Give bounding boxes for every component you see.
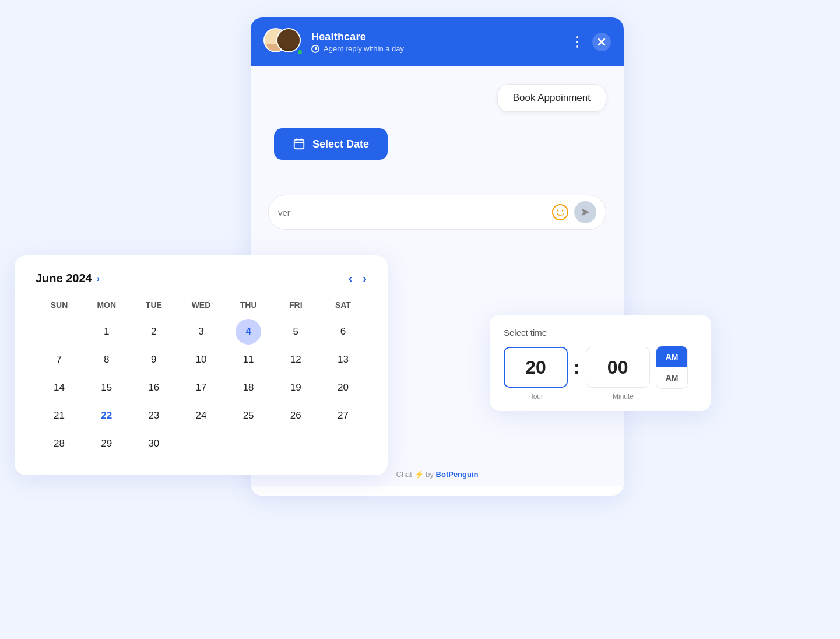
calendar-nav: ‹ › [349, 272, 367, 285]
cal-day-11[interactable]: 11 [236, 347, 261, 373]
header-actions [568, 33, 611, 51]
calendar-card: June 2024 › ‹ › SUN MON TUE WED THU FRI … [15, 255, 388, 475]
calendar-header: June 2024 › ‹ › [36, 272, 367, 285]
month-year-label: June 2024 [36, 272, 92, 285]
cal-day-1[interactable]: 1 [94, 319, 120, 345]
select-date-area: Select Date [268, 128, 606, 160]
time-colon: : [574, 357, 580, 378]
pm-button[interactable]: AM [656, 367, 688, 388]
am-button[interactable]: AM [656, 346, 688, 367]
time-inputs: : 00 AM AM [504, 346, 697, 389]
cal-day-empty-e2 [236, 431, 261, 457]
minute-value: 00 [607, 357, 628, 378]
cal-day-18[interactable]: 18 [236, 375, 261, 401]
time-picker-card: Select time : 00 AM AM Hour Minute [490, 315, 711, 411]
cal-day-10[interactable]: 10 [188, 347, 214, 373]
lightning-icon: ⚡ [414, 470, 426, 479]
cal-day-empty-e3 [283, 431, 308, 457]
svg-rect-0 [294, 140, 304, 149]
chat-title: Healthcare [311, 31, 560, 43]
more-options-button[interactable] [568, 33, 586, 51]
cal-day-5[interactable]: 5 [283, 319, 308, 345]
chat-header: Healthcare Agent reply within a day [251, 17, 624, 66]
cal-day-empty [47, 319, 72, 345]
book-appointment-bubble: Book Appoinment [268, 84, 606, 112]
calendar-icon [293, 138, 305, 150]
hour-label: Hour [504, 392, 568, 401]
day-header-thu: THU [225, 298, 272, 312]
dot-3 [576, 45, 578, 48]
cal-day-14[interactable]: 14 [47, 375, 72, 401]
chat-input-area [268, 195, 606, 230]
minute-input-box: 00 [586, 347, 650, 388]
calendar-days-header: SUN MON TUE WED THU FRI SAT [36, 298, 367, 312]
cal-day-17[interactable]: 17 [188, 375, 214, 401]
header-avatars [263, 28, 303, 56]
cal-day-3[interactable]: 3 [188, 319, 214, 345]
cal-day-9[interactable]: 9 [141, 347, 167, 373]
chat-input[interactable] [278, 208, 546, 217]
chat-subtitle: Agent reply within a day [311, 44, 560, 53]
chat-subtitle-text: Agent reply within a day [324, 44, 404, 53]
day-header-mon: MON [83, 298, 130, 312]
close-icon [598, 38, 606, 46]
hour-input-box [504, 347, 568, 388]
footer-by-text: by [426, 470, 435, 479]
minute-label: Minute [591, 392, 655, 401]
select-date-button[interactable]: Select Date [274, 128, 388, 160]
cal-day-21[interactable]: 21 [47, 403, 72, 429]
cal-day-28[interactable]: 28 [47, 431, 72, 457]
cal-day-26[interactable]: 26 [283, 403, 308, 429]
time-labels: Hour Minute [504, 392, 697, 401]
cal-day-25[interactable]: 25 [236, 403, 261, 429]
send-icon [580, 207, 591, 217]
emoji-icon [552, 204, 568, 220]
calendar-month-title: June 2024 › [36, 272, 100, 285]
cal-day-19[interactable]: 19 [283, 375, 308, 401]
cal-day-7[interactable]: 7 [47, 347, 72, 373]
cal-day-empty-e4 [330, 431, 356, 457]
cal-day-8[interactable]: 8 [94, 347, 120, 373]
time-select-label: Select time [504, 328, 697, 338]
cal-day-15[interactable]: 15 [94, 375, 120, 401]
day-header-sat: SAT [319, 298, 367, 312]
footer-brand-name: BotPenguin [436, 470, 479, 479]
dot-2 [576, 41, 578, 43]
svg-point-2 [557, 210, 559, 212]
emoji-button[interactable] [552, 204, 568, 220]
cal-day-4[interactable]: 4 [236, 319, 261, 345]
prev-month-button[interactable]: ‹ [349, 272, 353, 285]
book-appointment-button[interactable]: Book Appoinment [497, 84, 606, 112]
cal-day-2[interactable]: 2 [141, 319, 167, 345]
day-header-fri: FRI [272, 298, 319, 312]
next-month-button[interactable]: › [363, 272, 367, 285]
svg-point-3 [562, 210, 564, 212]
am-pm-toggle: AM AM [656, 346, 688, 389]
cal-day-27[interactable]: 27 [330, 403, 356, 429]
chat-header-info: Healthcare Agent reply within a day [311, 31, 560, 53]
cal-day-22[interactable]: 22 [94, 403, 120, 429]
day-header-sun: SUN [36, 298, 83, 312]
cal-day-24[interactable]: 24 [188, 403, 214, 429]
online-status-dot [297, 49, 303, 55]
month-forward-arrow[interactable]: › [97, 273, 100, 284]
cal-day-30[interactable]: 30 [141, 431, 167, 457]
cal-day-29[interactable]: 29 [94, 431, 120, 457]
avatar-2 [276, 28, 301, 52]
select-date-label: Select Date [312, 138, 369, 150]
footer-chat-text: Chat [396, 470, 412, 479]
calendar-days-grid: 1 2 3 4 5 6 7 8 9 10 11 12 13 14 15 16 1… [36, 319, 367, 457]
cal-day-23[interactable]: 23 [141, 403, 167, 429]
dot-1 [576, 36, 578, 38]
cal-day-6[interactable]: 6 [330, 319, 356, 345]
cal-day-13[interactable]: 13 [330, 347, 356, 373]
clock-icon [311, 45, 319, 53]
day-header-tue: TUE [130, 298, 177, 312]
cal-day-16[interactable]: 16 [141, 375, 167, 401]
cal-day-20[interactable]: 20 [330, 375, 356, 401]
send-button[interactable] [574, 201, 596, 223]
close-chat-button[interactable] [592, 33, 611, 51]
hour-input[interactable] [509, 357, 562, 378]
svg-point-1 [553, 205, 568, 220]
cal-day-12[interactable]: 12 [283, 347, 308, 373]
